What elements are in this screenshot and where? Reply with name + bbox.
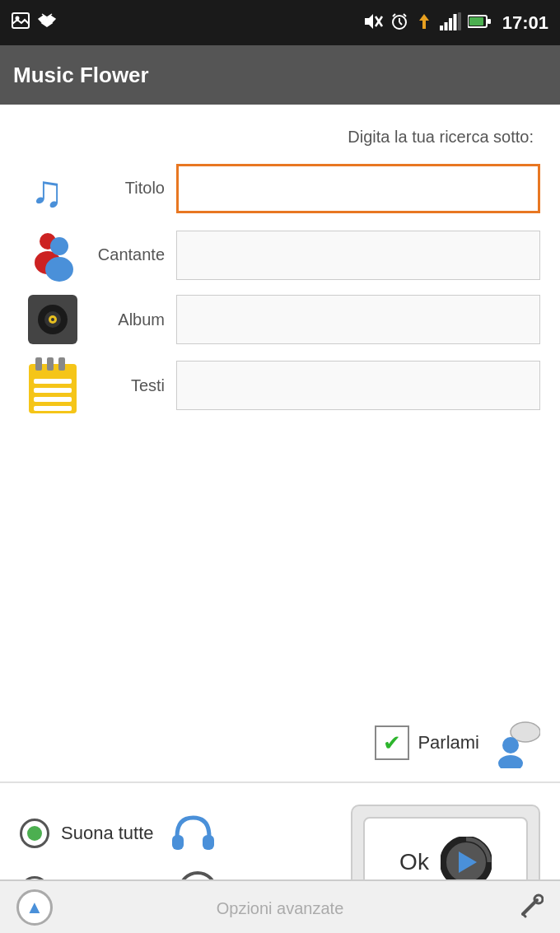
testi-input[interactable]	[176, 361, 540, 410]
people-icon	[20, 228, 86, 282]
sync-icon	[415, 12, 433, 34]
parlami-row: ✔ Parlami	[0, 709, 560, 768]
status-bar-right: 17:01	[361, 12, 548, 34]
svg-rect-17	[449, 18, 452, 30]
svg-line-11	[399, 22, 402, 25]
svg-point-27	[45, 257, 73, 282]
wrench-icon	[519, 893, 544, 921]
svg-rect-21	[469, 17, 483, 26]
svg-line-13	[404, 14, 406, 16]
parlami-checkbox-wrapper[interactable]: ✔ Parlami	[375, 725, 479, 760]
status-bar-left	[12, 12, 56, 33]
testi-label: Testi	[86, 376, 176, 395]
status-bar: 17:01	[0, 0, 560, 45]
svg-line-52	[523, 914, 525, 917]
svg-point-44	[498, 755, 523, 768]
svg-rect-34	[35, 357, 42, 371]
person-talk-icon	[489, 717, 540, 768]
parlami-checkbox[interactable]: ✔	[375, 725, 409, 760]
album-input[interactable]	[176, 295, 540, 344]
svg-point-26	[50, 237, 68, 255]
advanced-left: ▲	[16, 889, 53, 926]
clock-time: 17:01	[502, 12, 548, 34]
chevron-up-icon[interactable]: ▲	[16, 889, 53, 926]
parlami-label: Parlami	[418, 732, 479, 753]
signal-icon	[440, 12, 461, 34]
svg-point-32	[51, 318, 54, 321]
svg-rect-16	[444, 22, 447, 30]
notepad-icon	[20, 357, 86, 413]
svg-rect-38	[34, 388, 72, 393]
ok-label: Ok	[399, 849, 429, 875]
svg-point-43	[502, 737, 519, 753]
advanced-options-bar[interactable]: ▲ Opzioni avanzate	[0, 879, 560, 933]
cantante-input[interactable]	[176, 231, 540, 280]
main-content: Digita la tua ricerca sotto: ♫ Titolo	[0, 105, 560, 933]
svg-point-51	[534, 895, 543, 903]
suona-tutte-row[interactable]: Suona tutte	[20, 814, 343, 853]
svg-line-12	[393, 14, 395, 16]
divider	[0, 781, 560, 783]
titolo-input[interactable]	[176, 164, 540, 213]
svg-rect-15	[440, 26, 443, 30]
title-bar: Music Flower	[0, 45, 560, 105]
svg-text:♫: ♫	[30, 166, 64, 215]
svg-marker-6	[365, 14, 373, 29]
cantante-label: Cantante	[86, 245, 176, 264]
svg-rect-36	[58, 357, 65, 371]
album-label: Album	[86, 310, 176, 329]
album-icon	[20, 295, 86, 344]
album-row: Album	[20, 295, 540, 344]
svg-rect-19	[458, 12, 461, 30]
mute-icon	[361, 12, 384, 34]
svg-rect-37	[34, 379, 72, 384]
dropbox-icon	[38, 12, 56, 33]
app-title: Music Flower	[13, 63, 149, 88]
suona-tutte-label: Suona tutte	[61, 823, 154, 844]
alarm-icon	[390, 12, 408, 34]
svg-rect-39	[34, 397, 72, 402]
search-hint: Digita la tua ricerca sotto:	[20, 128, 540, 147]
svg-rect-45	[172, 835, 184, 850]
titolo-label: Titolo	[86, 179, 176, 198]
titolo-row: ♫ Titolo	[20, 161, 540, 215]
suona-tutte-radio[interactable]	[20, 819, 49, 848]
svg-marker-14	[419, 14, 429, 29]
music-note-icon: ♫	[20, 161, 86, 215]
cantante-row: Cantante	[20, 228, 540, 282]
svg-rect-40	[34, 406, 72, 411]
svg-rect-46	[203, 835, 214, 850]
headphones-icon	[170, 814, 216, 853]
battery-icon	[468, 15, 491, 31]
search-form: Digita la tua ricerca sotto: ♫ Titolo	[0, 105, 560, 709]
image-icon	[12, 12, 30, 33]
svg-rect-22	[488, 19, 491, 24]
svg-rect-18	[453, 14, 456, 30]
testi-row: Testi	[20, 357, 540, 413]
svg-rect-35	[47, 357, 54, 371]
advanced-label: Opzioni avanzate	[217, 899, 344, 918]
